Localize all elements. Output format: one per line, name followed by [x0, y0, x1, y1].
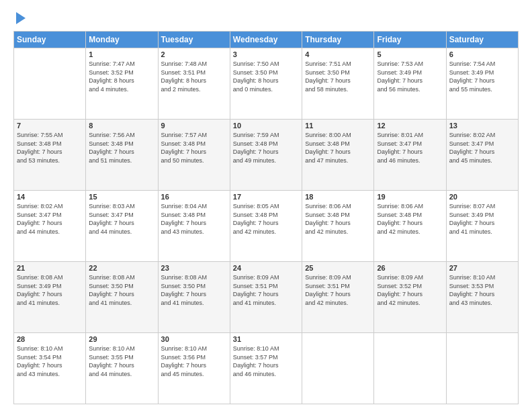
day-number: 28 — [17, 335, 83, 343]
day-info: Sunrise: 8:10 AM Sunset: 3:57 PM Dayligh… — [233, 345, 299, 378]
weekday-header-saturday: Saturday — [446, 32, 518, 48]
day-info: Sunrise: 8:10 AM Sunset: 3:54 PM Dayligh… — [17, 345, 83, 378]
day-number: 24 — [233, 264, 299, 272]
day-info: Sunrise: 8:02 AM Sunset: 3:47 PM Dayligh… — [17, 202, 83, 236]
day-number: 4 — [305, 50, 371, 58]
day-number: 12 — [377, 122, 443, 130]
day-cell: 31Sunrise: 8:10 AM Sunset: 3:57 PM Dayli… — [230, 333, 302, 404]
logo — [13, 12, 26, 24]
day-number: 2 — [161, 50, 227, 58]
week-row-1: 1Sunrise: 7:47 AM Sunset: 3:52 PM Daylig… — [14, 48, 519, 120]
day-number: 31 — [233, 335, 299, 343]
day-cell: 30Sunrise: 8:10 AM Sunset: 3:56 PM Dayli… — [158, 333, 230, 404]
day-number: 14 — [17, 193, 83, 201]
day-info: Sunrise: 8:03 AM Sunset: 3:47 PM Dayligh… — [89, 202, 154, 236]
weekday-header-row: SundayMondayTuesdayWednesdayThursdayFrid… — [14, 32, 519, 48]
day-cell: 27Sunrise: 8:10 AM Sunset: 3:53 PM Dayli… — [446, 262, 518, 333]
day-number: 17 — [233, 193, 299, 201]
day-number: 11 — [305, 122, 371, 130]
week-row-4: 21Sunrise: 8:08 AM Sunset: 3:49 PM Dayli… — [14, 262, 519, 333]
day-cell: 13Sunrise: 8:02 AM Sunset: 3:47 PM Dayli… — [446, 120, 518, 191]
day-cell: 15Sunrise: 8:03 AM Sunset: 3:47 PM Dayli… — [86, 191, 158, 262]
day-cell: 4Sunrise: 7:51 AM Sunset: 3:50 PM Daylig… — [302, 48, 374, 120]
day-info: Sunrise: 8:07 AM Sunset: 3:49 PM Dayligh… — [449, 202, 515, 236]
weekday-header-friday: Friday — [374, 32, 446, 48]
day-cell: 10Sunrise: 7:59 AM Sunset: 3:48 PM Dayli… — [230, 120, 302, 191]
day-info: Sunrise: 7:50 AM Sunset: 3:50 PM Dayligh… — [233, 60, 299, 93]
day-cell: 21Sunrise: 8:08 AM Sunset: 3:49 PM Dayli… — [14, 262, 86, 333]
day-info: Sunrise: 8:10 AM Sunset: 3:56 PM Dayligh… — [161, 345, 227, 378]
day-cell: 26Sunrise: 8:09 AM Sunset: 3:52 PM Dayli… — [374, 262, 446, 333]
day-number: 7 — [17, 122, 83, 130]
calendar-table: SundayMondayTuesdayWednesdayThursdayFrid… — [13, 31, 519, 404]
day-cell: 9Sunrise: 7:57 AM Sunset: 3:48 PM Daylig… — [158, 120, 230, 191]
day-cell: 1Sunrise: 7:47 AM Sunset: 3:52 PM Daylig… — [86, 48, 158, 120]
day-info: Sunrise: 7:57 AM Sunset: 3:48 PM Dayligh… — [161, 131, 227, 165]
week-row-5: 28Sunrise: 8:10 AM Sunset: 3:54 PM Dayli… — [14, 333, 519, 404]
day-info: Sunrise: 8:08 AM Sunset: 3:49 PM Dayligh… — [17, 273, 83, 307]
day-number: 13 — [449, 122, 515, 130]
weekday-header-thursday: Thursday — [302, 32, 374, 48]
day-cell: 14Sunrise: 8:02 AM Sunset: 3:47 PM Dayli… — [14, 191, 86, 262]
day-info: Sunrise: 8:06 AM Sunset: 3:48 PM Dayligh… — [377, 202, 443, 236]
day-info: Sunrise: 7:54 AM Sunset: 3:49 PM Dayligh… — [449, 60, 515, 93]
day-number: 19 — [377, 193, 443, 201]
weekday-header-sunday: Sunday — [14, 32, 86, 48]
week-row-3: 14Sunrise: 8:02 AM Sunset: 3:47 PM Dayli… — [14, 191, 519, 262]
day-cell: 17Sunrise: 8:05 AM Sunset: 3:48 PM Dayli… — [230, 191, 302, 262]
day-cell — [374, 333, 446, 404]
day-cell: 8Sunrise: 7:56 AM Sunset: 3:48 PM Daylig… — [86, 120, 158, 191]
day-info: Sunrise: 8:09 AM Sunset: 3:51 PM Dayligh… — [233, 273, 299, 307]
weekday-header-tuesday: Tuesday — [158, 32, 230, 48]
day-info: Sunrise: 8:02 AM Sunset: 3:47 PM Dayligh… — [449, 131, 515, 165]
day-number: 3 — [233, 50, 299, 58]
day-number: 15 — [89, 193, 154, 201]
day-number: 6 — [449, 50, 515, 58]
day-cell: 16Sunrise: 8:04 AM Sunset: 3:48 PM Dayli… — [158, 191, 230, 262]
day-info: Sunrise: 7:55 AM Sunset: 3:48 PM Dayligh… — [17, 131, 83, 165]
day-info: Sunrise: 8:08 AM Sunset: 3:50 PM Dayligh… — [161, 273, 227, 307]
day-cell: 6Sunrise: 7:54 AM Sunset: 3:49 PM Daylig… — [446, 48, 518, 120]
day-number: 29 — [89, 335, 154, 343]
day-number: 16 — [161, 193, 227, 201]
week-row-2: 7Sunrise: 7:55 AM Sunset: 3:48 PM Daylig… — [14, 120, 519, 191]
day-number: 10 — [233, 122, 299, 130]
day-cell: 28Sunrise: 8:10 AM Sunset: 3:54 PM Dayli… — [14, 333, 86, 404]
day-cell: 2Sunrise: 7:48 AM Sunset: 3:51 PM Daylig… — [158, 48, 230, 120]
day-cell: 19Sunrise: 8:06 AM Sunset: 3:48 PM Dayli… — [374, 191, 446, 262]
day-number: 25 — [305, 264, 371, 272]
day-info: Sunrise: 8:10 AM Sunset: 3:55 PM Dayligh… — [89, 345, 154, 378]
day-number: 26 — [377, 264, 443, 272]
day-number: 8 — [89, 122, 154, 130]
day-info: Sunrise: 7:47 AM Sunset: 3:52 PM Dayligh… — [89, 60, 154, 93]
day-cell: 22Sunrise: 8:08 AM Sunset: 3:50 PM Dayli… — [86, 262, 158, 333]
day-cell: 5Sunrise: 7:53 AM Sunset: 3:49 PM Daylig… — [374, 48, 446, 120]
day-info: Sunrise: 7:59 AM Sunset: 3:48 PM Dayligh… — [233, 131, 299, 165]
day-number: 30 — [161, 335, 227, 343]
day-cell: 25Sunrise: 8:09 AM Sunset: 3:51 PM Dayli… — [302, 262, 374, 333]
day-info: Sunrise: 7:51 AM Sunset: 3:50 PM Dayligh… — [305, 60, 371, 93]
day-cell: 20Sunrise: 8:07 AM Sunset: 3:49 PM Dayli… — [446, 191, 518, 262]
day-cell: 3Sunrise: 7:50 AM Sunset: 3:50 PM Daylig… — [230, 48, 302, 120]
day-cell: 24Sunrise: 8:09 AM Sunset: 3:51 PM Dayli… — [230, 262, 302, 333]
day-number: 1 — [89, 50, 154, 58]
day-info: Sunrise: 7:48 AM Sunset: 3:51 PM Dayligh… — [161, 60, 227, 93]
day-number: 21 — [17, 264, 83, 272]
day-info: Sunrise: 7:53 AM Sunset: 3:49 PM Dayligh… — [377, 60, 443, 93]
day-info: Sunrise: 8:01 AM Sunset: 3:47 PM Dayligh… — [377, 131, 443, 165]
day-info: Sunrise: 8:09 AM Sunset: 3:52 PM Dayligh… — [377, 273, 443, 307]
day-cell — [302, 333, 374, 404]
day-cell: 12Sunrise: 8:01 AM Sunset: 3:47 PM Dayli… — [374, 120, 446, 191]
day-cell: 29Sunrise: 8:10 AM Sunset: 3:55 PM Dayli… — [86, 333, 158, 404]
day-cell: 7Sunrise: 7:55 AM Sunset: 3:48 PM Daylig… — [14, 120, 86, 191]
day-cell: 11Sunrise: 8:00 AM Sunset: 3:48 PM Dayli… — [302, 120, 374, 191]
day-info: Sunrise: 8:00 AM Sunset: 3:48 PM Dayligh… — [305, 131, 371, 165]
day-number: 23 — [161, 264, 227, 272]
day-cell: 18Sunrise: 8:06 AM Sunset: 3:48 PM Dayli… — [302, 191, 374, 262]
day-info: Sunrise: 8:10 AM Sunset: 3:53 PM Dayligh… — [449, 273, 515, 307]
day-info: Sunrise: 7:56 AM Sunset: 3:48 PM Dayligh… — [89, 131, 154, 165]
day-number: 9 — [161, 122, 227, 130]
day-number: 22 — [89, 264, 154, 272]
day-number: 20 — [449, 193, 515, 201]
day-info: Sunrise: 8:08 AM Sunset: 3:50 PM Dayligh… — [89, 273, 154, 307]
